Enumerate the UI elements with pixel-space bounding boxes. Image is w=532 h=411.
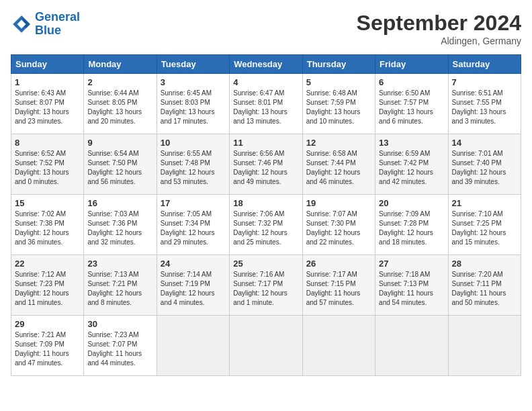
day-number: 22 xyxy=(15,259,80,269)
calendar-cell: 28Sunrise: 7:20 AMSunset: 7:11 PMDayligh… xyxy=(448,255,521,316)
cell-content: Sunrise: 6:52 AMSunset: 7:52 PMDaylight:… xyxy=(15,149,80,187)
calendar-cell: 21Sunrise: 7:10 AMSunset: 7:25 PMDayligh… xyxy=(448,195,521,255)
calendar-cell: 5Sunrise: 6:48 AMSunset: 7:59 PMDaylight… xyxy=(302,74,375,134)
weekday-header-tuesday: Tuesday xyxy=(157,55,229,74)
day-number: 10 xyxy=(161,138,226,148)
cell-content: Sunrise: 7:16 AMSunset: 7:17 PMDaylight:… xyxy=(233,270,298,308)
calendar-cell xyxy=(157,316,229,376)
logo-icon xyxy=(11,13,32,35)
cell-content: Sunrise: 6:50 AMSunset: 7:57 PMDaylight:… xyxy=(379,89,444,126)
calendar-cell: 29Sunrise: 7:21 AMSunset: 7:09 PMDayligh… xyxy=(11,316,84,376)
calendar-cell: 17Sunrise: 7:05 AMSunset: 7:34 PMDayligh… xyxy=(157,195,229,255)
cell-content: Sunrise: 7:14 AMSunset: 7:19 PMDaylight:… xyxy=(161,270,226,308)
cell-content: Sunrise: 7:06 AMSunset: 7:32 PMDaylight:… xyxy=(233,210,298,247)
cell-content: Sunrise: 7:13 AMSunset: 7:21 PMDaylight:… xyxy=(87,270,152,308)
day-number: 17 xyxy=(161,198,226,208)
calendar-cell: 15Sunrise: 7:02 AMSunset: 7:38 PMDayligh… xyxy=(11,195,84,255)
calendar-cell: 13Sunrise: 6:59 AMSunset: 7:42 PMDayligh… xyxy=(375,134,448,195)
logo: General Blue xyxy=(11,11,80,38)
day-number: 5 xyxy=(306,77,371,87)
calendar-cell: 30Sunrise: 7:23 AMSunset: 7:07 PMDayligh… xyxy=(84,316,157,376)
cell-content: Sunrise: 7:02 AMSunset: 7:38 PMDaylight:… xyxy=(15,210,80,247)
calendar-cell: 14Sunrise: 7:01 AMSunset: 7:40 PMDayligh… xyxy=(448,134,521,195)
day-number: 12 xyxy=(306,138,371,148)
calendar-week-2: 8Sunrise: 6:52 AMSunset: 7:52 PMDaylight… xyxy=(11,134,521,195)
day-number: 1 xyxy=(15,77,80,87)
calendar-cell: 16Sunrise: 7:03 AMSunset: 7:36 PMDayligh… xyxy=(84,195,157,255)
calendar-cell: 9Sunrise: 6:54 AMSunset: 7:50 PMDaylight… xyxy=(84,134,157,195)
calendar-cell: 23Sunrise: 7:13 AMSunset: 7:21 PMDayligh… xyxy=(84,255,157,316)
calendar-cell: 1Sunrise: 6:43 AMSunset: 8:07 PMDaylight… xyxy=(11,74,84,134)
calendar-week-5: 29Sunrise: 7:21 AMSunset: 7:09 PMDayligh… xyxy=(11,316,521,376)
month-title: September 2024 xyxy=(357,11,521,36)
cell-content: Sunrise: 7:07 AMSunset: 7:30 PMDaylight:… xyxy=(306,210,371,247)
cell-content: Sunrise: 7:20 AMSunset: 7:11 PMDaylight:… xyxy=(452,270,517,308)
weekday-header-saturday: Saturday xyxy=(448,55,521,74)
cell-content: Sunrise: 7:10 AMSunset: 7:25 PMDaylight:… xyxy=(452,210,517,247)
day-number: 23 xyxy=(87,259,152,269)
calendar-cell: 25Sunrise: 7:16 AMSunset: 7:17 PMDayligh… xyxy=(230,255,302,316)
weekday-header-friday: Friday xyxy=(375,55,448,74)
calendar-cell: 4Sunrise: 6:47 AMSunset: 8:01 PMDaylight… xyxy=(230,74,302,134)
calendar-body: 1Sunrise: 6:43 AMSunset: 8:07 PMDaylight… xyxy=(11,74,521,376)
cell-content: Sunrise: 7:12 AMSunset: 7:23 PMDaylight:… xyxy=(15,270,80,308)
weekday-header-wednesday: Wednesday xyxy=(230,55,302,74)
day-number: 19 xyxy=(306,198,371,208)
day-number: 15 xyxy=(15,198,80,208)
day-number: 18 xyxy=(233,198,298,208)
cell-content: Sunrise: 7:17 AMSunset: 7:15 PMDaylight:… xyxy=(306,270,371,308)
calendar-cell: 2Sunrise: 6:44 AMSunset: 8:05 PMDaylight… xyxy=(84,74,157,134)
calendar-cell: 24Sunrise: 7:14 AMSunset: 7:19 PMDayligh… xyxy=(157,255,229,316)
calendar-cell: 27Sunrise: 7:18 AMSunset: 7:13 PMDayligh… xyxy=(375,255,448,316)
day-number: 9 xyxy=(87,138,152,148)
cell-content: Sunrise: 6:47 AMSunset: 8:01 PMDaylight:… xyxy=(233,89,298,126)
day-number: 3 xyxy=(161,77,226,87)
calendar-cell: 7Sunrise: 6:51 AMSunset: 7:55 PMDaylight… xyxy=(448,74,521,134)
calendar-cell: 22Sunrise: 7:12 AMSunset: 7:23 PMDayligh… xyxy=(11,255,84,316)
cell-content: Sunrise: 6:45 AMSunset: 8:03 PMDaylight:… xyxy=(161,89,226,126)
calendar-week-3: 15Sunrise: 7:02 AMSunset: 7:38 PMDayligh… xyxy=(11,195,521,255)
calendar-table: SundayMondayTuesdayWednesdayThursdayFrid… xyxy=(11,54,521,376)
day-number: 21 xyxy=(452,198,517,208)
cell-content: Sunrise: 6:44 AMSunset: 8:05 PMDaylight:… xyxy=(87,89,152,126)
day-number: 29 xyxy=(15,319,80,329)
calendar-cell: 19Sunrise: 7:07 AMSunset: 7:30 PMDayligh… xyxy=(302,195,375,255)
cell-content: Sunrise: 6:55 AMSunset: 7:48 PMDaylight:… xyxy=(161,149,226,187)
day-number: 2 xyxy=(87,77,152,87)
cell-content: Sunrise: 7:05 AMSunset: 7:34 PMDaylight:… xyxy=(161,210,226,247)
cell-content: Sunrise: 6:56 AMSunset: 7:46 PMDaylight:… xyxy=(233,149,298,187)
cell-content: Sunrise: 7:21 AMSunset: 7:09 PMDaylight:… xyxy=(15,330,80,368)
day-number: 27 xyxy=(379,259,444,269)
calendar-cell: 12Sunrise: 6:58 AMSunset: 7:44 PMDayligh… xyxy=(302,134,375,195)
cell-content: Sunrise: 6:54 AMSunset: 7:50 PMDaylight:… xyxy=(87,149,152,187)
cell-content: Sunrise: 6:48 AMSunset: 7:59 PMDaylight:… xyxy=(306,89,371,126)
day-number: 26 xyxy=(306,259,371,269)
day-number: 4 xyxy=(233,77,298,87)
calendar-cell: 10Sunrise: 6:55 AMSunset: 7:48 PMDayligh… xyxy=(157,134,229,195)
calendar-week-4: 22Sunrise: 7:12 AMSunset: 7:23 PMDayligh… xyxy=(11,255,521,316)
day-number: 20 xyxy=(379,198,444,208)
day-number: 30 xyxy=(87,319,152,329)
cell-content: Sunrise: 6:43 AMSunset: 8:07 PMDaylight:… xyxy=(15,89,80,126)
cell-content: Sunrise: 7:09 AMSunset: 7:28 PMDaylight:… xyxy=(379,210,444,247)
logo-text: General Blue xyxy=(35,11,80,38)
calendar-cell: 18Sunrise: 7:06 AMSunset: 7:32 PMDayligh… xyxy=(230,195,302,255)
day-number: 7 xyxy=(452,77,517,87)
calendar-cell: 8Sunrise: 6:52 AMSunset: 7:52 PMDaylight… xyxy=(11,134,84,195)
day-number: 6 xyxy=(379,77,444,87)
cell-content: Sunrise: 7:23 AMSunset: 7:07 PMDaylight:… xyxy=(87,330,152,368)
calendar-cell xyxy=(448,316,521,376)
cell-content: Sunrise: 7:03 AMSunset: 7:36 PMDaylight:… xyxy=(87,210,152,247)
page-header: General Blue September 2024 Aldingen, Ge… xyxy=(11,11,521,46)
cell-content: Sunrise: 6:51 AMSunset: 7:55 PMDaylight:… xyxy=(452,89,517,126)
calendar-cell: 3Sunrise: 6:45 AMSunset: 8:03 PMDaylight… xyxy=(157,74,229,134)
day-number: 16 xyxy=(87,198,152,208)
day-number: 14 xyxy=(452,138,517,148)
day-number: 13 xyxy=(379,138,444,148)
day-number: 28 xyxy=(452,259,517,269)
calendar-cell xyxy=(302,316,375,376)
cell-content: Sunrise: 6:59 AMSunset: 7:42 PMDaylight:… xyxy=(379,149,444,187)
weekday-header-thursday: Thursday xyxy=(302,55,375,74)
location: Aldingen, Germany xyxy=(357,36,521,46)
calendar-cell: 6Sunrise: 6:50 AMSunset: 7:57 PMDaylight… xyxy=(375,74,448,134)
